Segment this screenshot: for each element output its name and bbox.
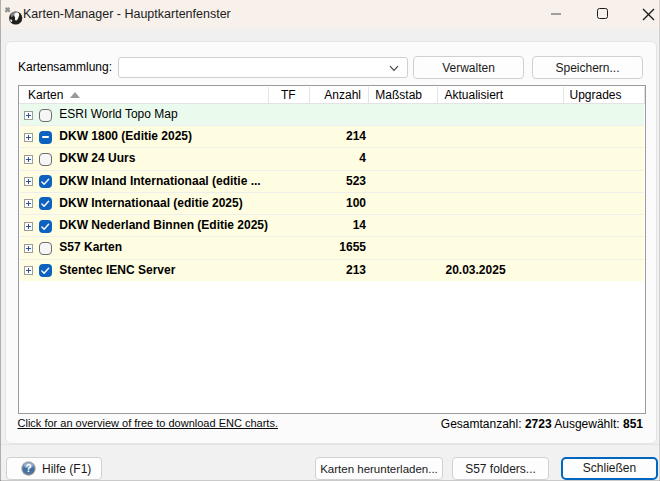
svg-text:?: ? — [25, 463, 31, 474]
